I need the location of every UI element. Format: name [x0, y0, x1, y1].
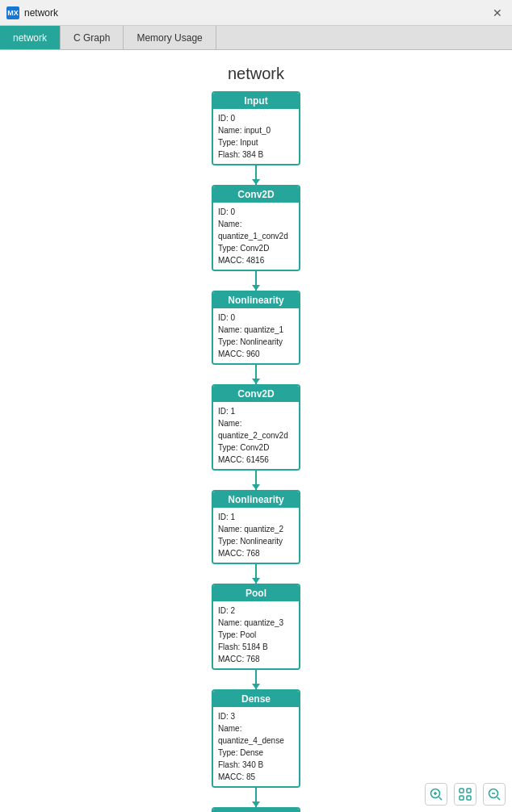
svg-line-3: [439, 797, 443, 801]
title-bar: MX network ✕: [0, 0, 512, 26]
node-line: Flash: 384 B: [218, 149, 294, 161]
node-line: Type: Nonlinearity: [218, 336, 294, 348]
node-header-input: Input: [213, 93, 299, 109]
node-line: Type: Pool: [218, 629, 294, 641]
node-nonlin-0: Nonlinearity ID: 0 Name: quantize_1 Type…: [212, 291, 300, 384]
node-header-pool: Pool: [213, 585, 299, 601]
node-conv2d-0: Conv2D ID: 0 Name: quantize_1_conv2d Typ…: [212, 185, 300, 291]
node-arrow-4: [255, 564, 257, 584]
zoom-in-button[interactable]: [425, 783, 447, 806]
node-line: Type: Input: [218, 136, 294, 149]
node-header-nonlin-2: Nonlinearity: [213, 809, 299, 812]
node-line: Type: Dense: [218, 747, 294, 759]
node-line: ID: 1: [218, 405, 294, 417]
node-line: Name: quantize_2_conv2d: [218, 417, 294, 442]
tab-bar: network C Graph Memory Usage: [0, 26, 512, 50]
node-line: MACC: 960: [218, 348, 294, 360]
svg-line-10: [497, 797, 501, 801]
node-arrow-0: [255, 165, 257, 185]
node-box-pool[interactable]: Pool ID: 2 Name: quantize_3 Type: Pool F…: [212, 584, 300, 670]
node-body-dense: ID: 3 Name: quantize_4_dense Type: Dense…: [213, 707, 299, 786]
svg-rect-6: [460, 796, 464, 800]
node-nonlin-1: Nonlinearity ID: 1 Name: quantize_2 Type…: [212, 490, 300, 584]
node-body-conv2d-0: ID: 0 Name: quantize_1_conv2d Type: Conv…: [213, 203, 299, 270]
node-line: MACC: 61456: [218, 454, 294, 466]
node-line: ID: 0: [218, 312, 294, 324]
node-arrow-6: [255, 788, 257, 807]
node-line: Type: Conv2D: [218, 442, 294, 454]
zoom-out-button[interactable]: [483, 783, 506, 806]
node-line: Type: Conv2D: [218, 242, 294, 254]
svg-rect-7: [467, 796, 471, 800]
svg-rect-5: [467, 789, 471, 793]
node-box-input[interactable]: Input ID: 0 Name: input_0 Type: Input Fl…: [212, 91, 300, 165]
node-header-nonlin-0: Nonlinearity: [213, 292, 299, 308]
node-conv2d-1: Conv2D ID: 1 Name: quantize_2_conv2d Typ…: [212, 384, 300, 490]
node-arrow-3: [255, 471, 257, 490]
node-line: Flash: 5184 B: [218, 641, 294, 653]
node-box-nonlin-2[interactable]: Nonlinearity ID: 4 Name: softmax_1 Type:…: [212, 807, 300, 812]
title-bar-left: MX network: [6, 6, 58, 19]
svg-rect-4: [460, 789, 464, 793]
node-line: Name: input_0: [218, 124, 294, 136]
node-box-nonlin-1[interactable]: Nonlinearity ID: 1 Name: quantize_2 Type…: [212, 490, 300, 564]
node-line: Name: quantize_2: [218, 523, 294, 535]
node-line: ID: 3: [218, 710, 294, 722]
node-pool: Pool ID: 2 Name: quantize_3 Type: Pool F…: [212, 584, 300, 689]
node-line: Flash: 340 B: [218, 759, 294, 771]
tab-network[interactable]: network: [0, 26, 61, 49]
node-header-nonlin-1: Nonlinearity: [213, 492, 299, 508]
node-line: ID: 1: [218, 511, 294, 523]
node-box-conv2d-0[interactable]: Conv2D ID: 0 Name: quantize_1_conv2d Typ…: [212, 185, 300, 271]
node-line: ID: 2: [218, 605, 294, 617]
node-line: Name: quantize_3: [218, 617, 294, 629]
node-dense: Dense ID: 3 Name: quantize_4_dense Type:…: [212, 689, 300, 807]
node-line: MACC: 4816: [218, 254, 294, 266]
node-box-nonlin-0[interactable]: Nonlinearity ID: 0 Name: quantize_1 Type…: [212, 291, 300, 365]
fit-button[interactable]: [454, 783, 476, 806]
node-arrow-5: [255, 670, 257, 689]
node-box-conv2d-1[interactable]: Conv2D ID: 1 Name: quantize_2_conv2d Typ…: [212, 384, 300, 471]
node-arrow-1: [255, 271, 257, 291]
node-line: Type: Nonlinearity: [218, 535, 294, 547]
tab-memory-usage[interactable]: Memory Usage: [124, 26, 216, 49]
zoom-out-icon: [487, 787, 502, 802]
node-line: Name: quantize_4_dense: [218, 722, 294, 747]
node-arrow-2: [255, 365, 257, 384]
tab-cgraph[interactable]: C Graph: [61, 26, 124, 49]
main-content: network Input ID: 0 Name: input_0 Type: …: [0, 50, 512, 812]
node-header-conv2d-0: Conv2D: [213, 186, 299, 203]
node-box-dense[interactable]: Dense ID: 3 Name: quantize_4_dense Type:…: [212, 689, 300, 788]
node-header-dense: Dense: [213, 691, 299, 707]
node-body-pool: ID: 2 Name: quantize_3 Type: Pool Flash:…: [213, 601, 299, 668]
node-input: Input ID: 0 Name: input_0 Type: Input Fl…: [212, 91, 300, 185]
close-button[interactable]: ✕: [489, 5, 506, 21]
zoom-in-icon: [429, 787, 443, 802]
node-header-conv2d-1: Conv2D: [213, 386, 299, 402]
graph-area: Input ID: 0 Name: input_0 Type: Input Fl…: [0, 91, 512, 812]
bottom-toolbar: [425, 783, 506, 806]
node-body-conv2d-1: ID: 1 Name: quantize_2_conv2d Type: Conv…: [213, 402, 299, 469]
node-body-input: ID: 0 Name: input_0 Type: Input Flash: 3…: [213, 109, 299, 164]
app-icon: MX: [6, 6, 19, 19]
node-line: MACC: 85: [218, 771, 294, 783]
node-line: MACC: 768: [218, 547, 294, 559]
node-line: MACC: 768: [218, 653, 294, 665]
window-title: network: [24, 7, 58, 19]
node-line: ID: 0: [218, 112, 294, 124]
node-line: Name: quantize_1_conv2d: [218, 218, 294, 242]
node-body-nonlin-1: ID: 1 Name: quantize_2 Type: Nonlinearit…: [213, 508, 299, 563]
fit-icon: [458, 787, 472, 802]
node-body-nonlin-0: ID: 0 Name: quantize_1 Type: Nonlinearit…: [213, 308, 299, 363]
node-line: Name: quantize_1: [218, 324, 294, 336]
page-title: network: [0, 50, 512, 91]
node-line: ID: 0: [218, 206, 294, 218]
node-nonlin-2: Nonlinearity ID: 4 Name: softmax_1 Type:…: [212, 807, 300, 812]
